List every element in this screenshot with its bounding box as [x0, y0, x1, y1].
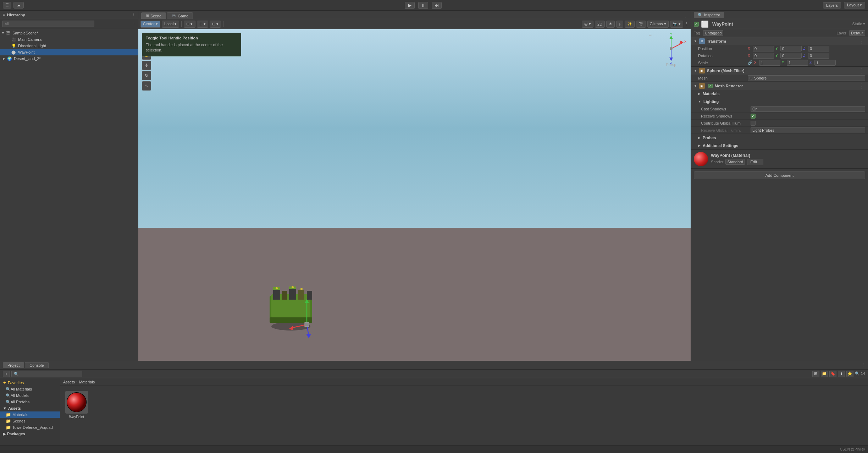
grid2-button[interactable]: ⊕ ▾: [197, 21, 208, 28]
svg-point-12: [300, 288, 303, 290]
audio-button[interactable]: ♪: [616, 21, 623, 28]
tab-console[interactable]: Console: [25, 362, 48, 368]
scene-viewport[interactable]: Toggle Tool Handle Position The tool han…: [138, 29, 691, 361]
view-tabs-options[interactable]: ⋮: [684, 14, 688, 19]
scene-rotate-icon[interactable]: ↻: [142, 71, 151, 80]
scale-x-input[interactable]: [759, 60, 780, 66]
receive-global-dropdown[interactable]: Light Probes: [751, 127, 865, 133]
pause-button[interactable]: ⏸: [418, 2, 428, 9]
project-search-input[interactable]: [11, 371, 82, 377]
mesh-renderer-checkbox[interactable]: ✓: [708, 84, 713, 88]
play-button[interactable]: ▶: [405, 2, 415, 9]
scene-move-icon[interactable]: ✛: [142, 61, 151, 70]
rot-y-input[interactable]: [780, 53, 802, 59]
edit-shader-button[interactable]: Edit...: [747, 159, 763, 165]
cast-shadows-dropdown[interactable]: On: [751, 106, 865, 112]
tab-scene[interactable]: ⊞ Scene: [141, 12, 166, 19]
folder-button[interactable]: 📁: [821, 371, 828, 377]
asset-waypoint-material[interactable]: WayPoint: [64, 389, 89, 420]
tag-dropdown[interactable]: Untagged: [703, 30, 724, 36]
step-button[interactable]: ⏭: [432, 2, 442, 9]
desert-options[interactable]: ⋮: [134, 56, 138, 61]
scale-y-input[interactable]: [787, 60, 808, 66]
transform-header[interactable]: ▼ ⊕ Transform ⋮: [691, 37, 868, 45]
main-camera-item[interactable]: 🎥 Main Camera: [0, 36, 138, 43]
light-icon: 💡: [11, 44, 17, 48]
rot-z-input[interactable]: [808, 53, 829, 59]
receive-shadows-checkbox[interactable]: ✓: [751, 114, 756, 119]
grid-button[interactable]: ⊞ ▾: [184, 21, 195, 28]
breadcrumb-materials[interactable]: Materials: [79, 380, 95, 384]
hierarchy-options[interactable]: ⋮: [131, 12, 135, 17]
orbit-button[interactable]: ◎ ▾: [582, 21, 593, 28]
pos-z-input[interactable]: [808, 46, 829, 51]
assets-materials-item[interactable]: 📁 Materials: [0, 411, 60, 418]
additional-settings-subheader[interactable]: ▶ Additional Settings: [691, 142, 868, 149]
bottom-tabs-options[interactable]: ⋮: [861, 363, 865, 367]
mesh-ref[interactable]: ⬡ Sphere: [748, 75, 865, 81]
cloud-button[interactable]: ☁: [13, 2, 24, 9]
tab-game[interactable]: 🎮 Game: [167, 12, 193, 19]
fav-all-prefabs[interactable]: 🔍 All Prefabs: [0, 399, 60, 405]
scale-z-input[interactable]: [814, 60, 836, 66]
waypoint-item[interactable]: ⬤ WayPoint: [0, 49, 138, 55]
mesh-renderer-header[interactable]: ▼ ▣ ✓ Mesh Renderer ⋮: [691, 82, 868, 90]
fx-button[interactable]: ✨: [625, 21, 635, 28]
scene-sample-item[interactable]: ▼ 🎬 SampleScene* ⋮: [0, 30, 138, 36]
light-button[interactable]: ☀: [606, 21, 615, 28]
scene-compass[interactable]: Y X Z Persp: [655, 33, 687, 65]
directional-light-item[interactable]: 💡 Directional Light: [0, 43, 138, 49]
assets-tower-defence-item[interactable]: 📁 TowerDefence_Vsquad: [0, 424, 60, 431]
menu-button[interactable]: ☰: [3, 2, 11, 9]
layers-button[interactable]: Layers: [823, 2, 841, 9]
pos-x-input[interactable]: [753, 46, 774, 51]
fav-all-materials[interactable]: 🔍 All Materials: [0, 386, 60, 392]
star-button[interactable]: ⭐: [846, 371, 853, 377]
tab-inspector[interactable]: 🔍 Inspector: [694, 12, 724, 18]
packages-header[interactable]: ▶ Packages: [0, 431, 60, 437]
scene-button[interactable]: 🎬: [636, 21, 646, 28]
shader-dropdown[interactable]: Standard: [725, 159, 745, 165]
breadcrumb-assets[interactable]: Assets: [63, 380, 75, 384]
bookmark-button[interactable]: 🔖: [829, 371, 836, 377]
probes-subheader[interactable]: ▶ Probes: [691, 134, 868, 142]
tab-project[interactable]: Project: [3, 362, 24, 368]
favorites-header[interactable]: ★ Favorites: [0, 380, 60, 386]
mesh-filter-header[interactable]: ▼ ▣ Sphere (Mesh Filter) ⋮: [691, 67, 868, 75]
add-component-button[interactable]: Add Component: [694, 171, 865, 179]
grid3-button[interactable]: ⊟ ▾: [210, 21, 221, 28]
scale-z-label: Z: [809, 61, 814, 65]
gizmos-button[interactable]: Gizmos ▾: [647, 21, 669, 28]
csdn-label: CSDN @PinTek: [840, 447, 865, 451]
hierarchy-search-options[interactable]: ⋮: [132, 21, 136, 26]
center-button[interactable]: Center ▾: [140, 21, 160, 28]
rot-x-field: X: [748, 53, 774, 59]
scene-toolbar-options[interactable]: ⋮: [685, 22, 689, 26]
receive-global-label: Receive Global Illumin.: [701, 128, 751, 132]
camera-button[interactable]: 📷 ▾: [670, 21, 683, 28]
scene-scale-icon[interactable]: ⤡: [142, 81, 151, 91]
info-button[interactable]: ℹ: [838, 371, 845, 377]
object-active-checkbox[interactable]: ✓: [694, 22, 699, 27]
hierarchy-search-input[interactable]: [2, 21, 94, 27]
lighting-subheader[interactable]: ▼ Lighting: [691, 98, 868, 105]
layout-button[interactable]: Layout ▾: [844, 2, 865, 9]
viewport-menu-icon[interactable]: ≡: [649, 32, 652, 38]
transform-options[interactable]: ⋮: [859, 37, 865, 45]
refresh-button[interactable]: ⊞: [812, 371, 819, 377]
rot-x-input[interactable]: [753, 53, 774, 59]
mesh-filter-options[interactable]: ⋮: [859, 67, 865, 75]
2d-button[interactable]: 2D: [595, 21, 605, 28]
contribute-illum-checkbox[interactable]: [751, 121, 756, 126]
materials-subheader[interactable]: ▶ Materials: [691, 90, 868, 98]
mesh-renderer-options[interactable]: ⋮: [859, 82, 865, 90]
pos-y-input[interactable]: [780, 46, 802, 51]
assets-header[interactable]: ▼ Assets: [0, 405, 60, 411]
fav-all-models[interactable]: 🔍 All Models: [0, 392, 60, 399]
create-button[interactable]: +: [3, 371, 10, 377]
layer-dropdown[interactable]: Default: [849, 30, 865, 36]
local-button[interactable]: Local ▾: [162, 21, 179, 28]
assets-scenes-item[interactable]: 📁 Scenes: [0, 418, 60, 424]
scene-options[interactable]: ⋮: [134, 31, 138, 36]
desert-land-item[interactable]: ▶ 🌍 Desert_land_2* ⋮: [0, 55, 138, 62]
